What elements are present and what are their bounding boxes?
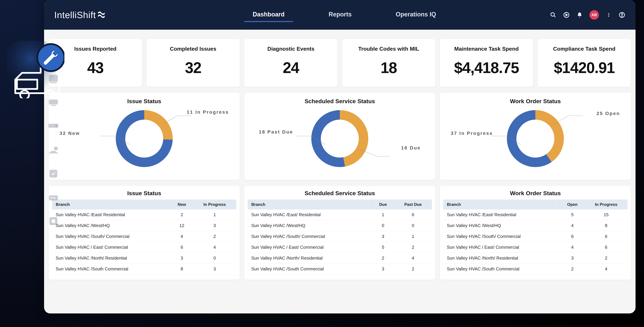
table-cell: 3: [372, 231, 394, 242]
kpi-label: Diagnostic Events: [248, 46, 334, 52]
topbar-actions: AB: [550, 10, 625, 20]
nav-tab-operations-iq[interactable]: Operations IQ: [387, 8, 444, 22]
table-cell: Sun Valley HVAC /North/ Residential: [444, 253, 560, 264]
table-row[interactable]: Sun Valley HVAC /South/ Commercial66: [444, 231, 628, 242]
kpi-label: Compliance Task Spend: [541, 46, 628, 52]
table-cell: 2: [585, 253, 627, 264]
table-row[interactable]: Sun Valley HVAC /East/ Residential515: [444, 210, 628, 220]
table-cell: 4: [560, 242, 585, 253]
svg-point-21: [608, 16, 609, 16]
kpi-label: Maintenance Task Spend: [443, 46, 530, 52]
donut-chart: 37 In Progress 25 Open: [443, 106, 628, 172]
table-cell: 3: [560, 253, 585, 264]
table-cell: Sun Valley HVAC /East/ Residential: [444, 210, 560, 220]
help-icon[interactable]: [618, 12, 625, 18]
table-title: Issue Status: [52, 190, 236, 196]
table-cell: Sun Valley HVAC /North/ Residential: [248, 253, 372, 264]
brand-logo[interactable]: IntelliShift: [54, 10, 105, 20]
search-icon[interactable]: [550, 12, 556, 18]
table-cell: 4: [193, 242, 236, 253]
kpi-card[interactable]: Maintenance Task Spend $4,418.75: [440, 39, 533, 87]
kpi-label: Trouble Codes with MIL: [346, 46, 432, 52]
table-row[interactable]: Sun Valley HVAC / East/ Commercial64: [52, 242, 236, 253]
donut-label-left: 37 In Progress: [451, 131, 493, 136]
table-header: In Progress: [193, 200, 236, 210]
table-cell: 0: [394, 220, 432, 231]
table-cell: 6: [394, 210, 432, 220]
table-row[interactable]: Sun Valley HVAC / East/ Commercial52: [248, 242, 432, 253]
donut-label-left: 18 Past Due: [259, 129, 293, 135]
table-cell: 2: [394, 242, 432, 253]
table-cell: 5: [372, 242, 394, 253]
table-cell: Sun Valley HVAC /East/ Residential: [248, 210, 372, 220]
module-icon-6[interactable]: [48, 192, 59, 203]
table-header: Open: [560, 200, 585, 210]
nav-tab-dashboard[interactable]: Dashboard: [244, 8, 293, 22]
table-cell: 12: [171, 220, 193, 231]
table-row[interactable]: Sun Valley HVAC /South/ Commercial42: [52, 231, 236, 242]
kpi-value: $4,418.75: [443, 59, 530, 76]
table-row[interactable]: Sun Valley HVAC /South Commercial24: [444, 264, 628, 274]
kpi-card[interactable]: Issues Reported 43: [49, 39, 142, 87]
kpi-card[interactable]: Completed Issues 32: [146, 39, 240, 87]
table-cell: 1: [372, 210, 394, 220]
svg-point-19: [608, 13, 609, 14]
main-panel: IntelliShift DashboardReportsOperations …: [44, 0, 636, 314]
svg-point-16: [551, 12, 554, 16]
module-icon-1[interactable]: [48, 73, 59, 85]
table-header: Due: [372, 200, 394, 210]
kpi-card[interactable]: Diagnostic Events 24: [244, 39, 338, 87]
table-cell: 5: [560, 210, 585, 220]
table-row[interactable]: Sun Valley HVAC /South Commercial32: [248, 264, 432, 274]
table-row[interactable]: Sun Valley HVAC /South Commercial83: [52, 264, 236, 274]
table-title: Scheduled Service Status: [248, 190, 432, 196]
table-cell: 0: [372, 220, 394, 231]
table-row[interactable]: Sun Valley HVAC /West/HQ00: [248, 220, 432, 231]
module-icon-7[interactable]: [48, 215, 59, 227]
svg-rect-5: [49, 75, 58, 82]
table-row[interactable]: Sun Valley HVAC /West/HQ48: [444, 220, 628, 231]
donut-chart-card: Issue Status 32 New 11 In Progress: [49, 93, 240, 180]
table-row[interactable]: Sun Valley HVAC /North/ Residential30: [52, 253, 236, 264]
table-cell: 3: [372, 264, 394, 274]
table-row[interactable]: Sun Valley HVAC /South/ Commercial31: [248, 231, 432, 242]
table-row[interactable]: Sun Valley HVAC /North/ Residential32: [444, 253, 628, 264]
data-table-card: Work Order Status BranchOpenIn Progress …: [440, 186, 631, 280]
table-cell: 6: [585, 231, 627, 242]
table-row[interactable]: Sun Valley HVAC /West/HQ123: [52, 220, 236, 231]
nav-tabs: DashboardReportsOperations IQ: [210, 8, 444, 22]
svg-point-23: [622, 16, 622, 16]
nav-tab-reports[interactable]: Reports: [320, 8, 360, 22]
table-header: Branch: [248, 200, 372, 210]
table-row[interactable]: Sun Valley HVAC / East/ Commercial46: [444, 242, 628, 253]
table-header: In Progress: [585, 200, 627, 210]
user-avatar[interactable]: AB: [590, 10, 599, 20]
kpi-card[interactable]: Trouble Codes with MIL 18: [342, 39, 435, 87]
table-row[interactable]: Sun Valley HVAC /East/ Residential21: [52, 210, 236, 220]
play-icon[interactable]: [563, 12, 570, 18]
svg-rect-7: [49, 100, 58, 104]
svg-line-17: [554, 16, 556, 17]
chart-title: Work Order Status: [443, 98, 628, 104]
kpi-card[interactable]: Compliance Task Spend $1420.91: [538, 39, 631, 87]
table-cell: 8: [585, 220, 627, 231]
svg-point-15: [51, 219, 55, 223]
table-cell: Sun Valley HVAC /South Commercial: [444, 264, 560, 274]
table-cell: 1: [394, 231, 432, 242]
donut-label-right: 11 In Progress: [187, 110, 229, 115]
table-row[interactable]: Sun Valley HVAC /North/ Residential24: [248, 253, 432, 264]
table-cell: 4: [171, 231, 193, 242]
kebab-menu-icon[interactable]: [605, 12, 612, 18]
data-table: BranchNewIn Progress Sun Valley HVAC /Ea…: [52, 200, 236, 274]
kpi-label: Issues Reported: [52, 46, 138, 52]
chart-row: Issue Status 32 New 11 In Progress Sched…: [49, 93, 631, 180]
kpi-value: $1420.91: [541, 59, 628, 76]
bell-icon[interactable]: [576, 12, 583, 18]
table-cell: 4: [560, 220, 585, 231]
table-cell: 2: [394, 264, 432, 274]
table-header: Past Due: [394, 200, 432, 210]
table-row[interactable]: Sun Valley HVAC /East/ Residential16: [248, 210, 432, 220]
table-cell: Sun Valley HVAC /North/ Residential: [52, 253, 171, 264]
table-cell: Sun Valley HVAC /West/HQ: [444, 220, 560, 231]
svg-rect-6: [50, 82, 57, 83]
